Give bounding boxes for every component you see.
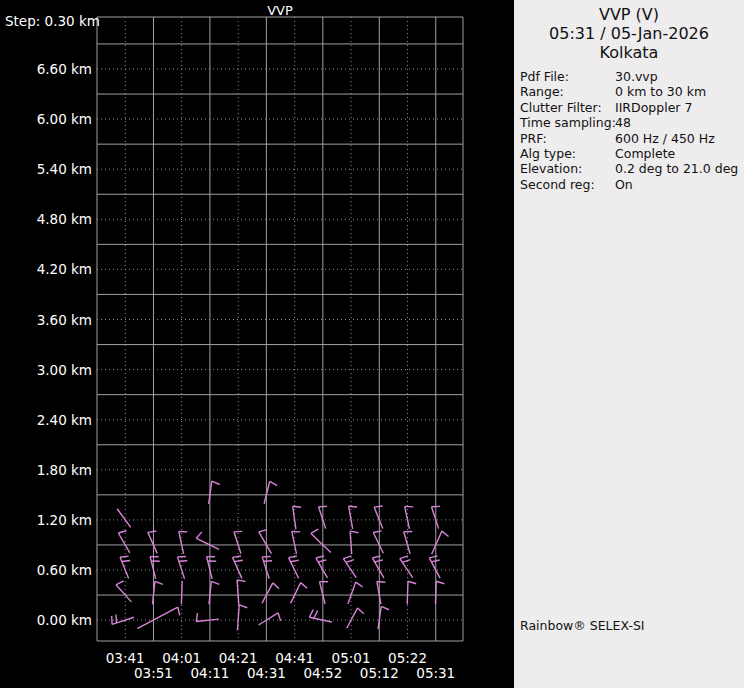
wind-barb	[372, 556, 384, 578]
wind-barb-feather	[293, 506, 301, 507]
wind-barb-feather	[442, 531, 449, 536]
x-axis-tick-label: 04:52	[303, 665, 342, 681]
wind-barb	[316, 556, 328, 578]
wind-barb	[400, 556, 413, 578]
panel-field-row: Pdf File:30.vvp	[520, 69, 744, 84]
wind-barb	[407, 581, 416, 604]
wind-barb	[207, 557, 217, 579]
wind-barb	[311, 529, 331, 553]
wind-barb-staff	[116, 585, 131, 602]
wind-barb	[112, 614, 134, 624]
wind-barb	[293, 506, 301, 529]
x-axis-tick-label: 03:41	[106, 650, 145, 666]
wind-barb	[196, 613, 219, 621]
panel-field-row: PRF:600 Hz / 450 Hz	[520, 131, 744, 146]
wind-barb-feather	[381, 606, 389, 609]
wind-barb-feather	[239, 605, 247, 608]
wind-barb	[150, 557, 160, 579]
wind-barb-staff	[259, 613, 279, 625]
wind-barb-staff	[432, 531, 442, 554]
wind-barb-feather	[122, 560, 130, 561]
wind-barb-staff	[181, 581, 182, 604]
wind-barb	[181, 581, 182, 604]
wind-barb	[309, 610, 331, 622]
wind-barb-feather	[178, 607, 180, 615]
wind-barb-staff	[431, 507, 438, 529]
y-axis-tick-label: 6.60 km	[37, 61, 92, 77]
wind-barb	[405, 506, 413, 528]
field-label: PRF:	[520, 131, 615, 146]
x-axis-tick-label: 04:21	[219, 650, 258, 666]
wind-barb-feather	[211, 581, 219, 584]
wind-barb	[348, 582, 363, 604]
wind-barb-feather	[314, 611, 318, 619]
field-label: Second reg:	[520, 177, 615, 192]
wind-barb-feather	[402, 560, 410, 563]
wind-barb-staff	[148, 532, 157, 553]
wind-barb-staff	[348, 582, 356, 604]
y-axis-tick-label: 6.00 km	[37, 111, 92, 127]
wind-barb	[148, 531, 157, 553]
x-axis-tick-label: 05:12	[360, 665, 399, 681]
wind-barb	[347, 608, 364, 628]
wind-barb-feather	[400, 556, 408, 559]
field-value: 600 Hz / 450 Hz	[615, 131, 715, 146]
wind-barb-feather	[196, 532, 202, 538]
field-label: Range:	[520, 84, 615, 99]
wind-barb-staff	[292, 531, 297, 553]
y-axis-tick-label: 5.40 km	[37, 161, 92, 177]
panel-field-row: Range:0 km to 30 km	[520, 84, 744, 99]
wind-barb-feather	[148, 531, 156, 532]
wind-barb-staff	[435, 581, 436, 604]
panel-field-row: Time sampling:48	[520, 115, 744, 130]
wind-barb-feather	[436, 581, 444, 583]
wind-barb-feather	[346, 560, 354, 563]
x-axis-tick-label: 04:41	[275, 650, 314, 666]
field-label: Alg type:	[520, 146, 615, 161]
wind-barb	[237, 580, 245, 605]
field-value: 48	[615, 115, 631, 130]
y-axis-tick-label: 4.80 km	[37, 211, 92, 227]
field-label: Clutter Filter:	[520, 100, 615, 115]
wind-barb-feather	[120, 556, 128, 557]
wind-barb	[116, 581, 131, 602]
wind-barb-staff	[262, 583, 273, 603]
field-value: 0 km to 30 km	[615, 84, 706, 99]
wind-barb	[350, 531, 358, 554]
wind-barb-feather	[212, 481, 220, 484]
wind-barb-staff	[196, 538, 219, 549]
panel-header: VVP (V) 05:31 / 05-Jan-2026 Kolkata	[514, 5, 744, 62]
wind-barb	[259, 530, 272, 554]
panel-datetime: 05:31 / 05-Jan-2026	[514, 24, 744, 43]
y-axis-tick-label: 2.40 km	[37, 412, 92, 428]
wind-barb	[262, 556, 272, 578]
wind-barb	[179, 531, 187, 553]
wind-barb	[320, 582, 328, 604]
x-axis-tick-label: 05:01	[332, 650, 371, 666]
wind-barb-feather	[408, 581, 416, 583]
wind-barb-staff	[150, 557, 156, 579]
wind-barb-feather	[118, 531, 126, 533]
wind-barb	[289, 556, 299, 578]
y-axis-tick-label: 3.60 km	[37, 312, 92, 328]
plot-title: VVP	[97, 3, 463, 18]
wind-barb	[292, 531, 300, 553]
wind-barb-feather	[343, 556, 351, 559]
wind-barb-staff	[117, 509, 131, 528]
wind-barb-feather	[278, 613, 280, 621]
field-value: On	[615, 177, 633, 192]
wind-barb-staff	[373, 533, 383, 554]
wind-barb-feather	[373, 531, 381, 533]
vvp-product-window: VVP Step: 0.30 km 6.60 km6.00 km5.40 km4…	[0, 0, 744, 688]
y-axis-tick-label: 1.20 km	[37, 512, 92, 528]
wind-barb-feather	[116, 581, 124, 585]
wind-barb-staff	[137, 607, 178, 629]
wind-barb	[259, 613, 281, 625]
wind-barb-staff	[264, 481, 270, 503]
wind-barb-feather	[374, 506, 382, 507]
brand-footer: Rainbow® SELEX-SI	[520, 618, 645, 633]
wind-barb	[435, 581, 444, 604]
wind-barb-staff	[112, 617, 134, 624]
wind-barb-feather	[233, 556, 241, 557]
wind-barb	[137, 607, 180, 629]
